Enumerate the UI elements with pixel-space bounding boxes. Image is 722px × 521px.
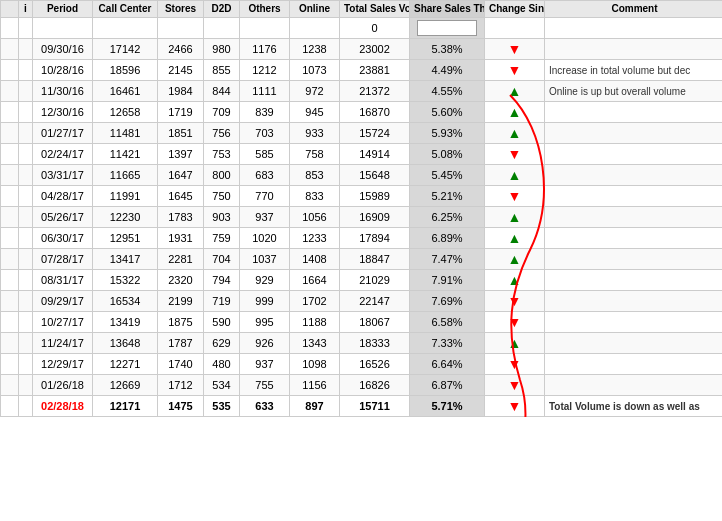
row-period: 11/30/16 bbox=[33, 81, 93, 102]
row-d2d bbox=[204, 18, 240, 39]
row-share[interactable] bbox=[410, 18, 485, 39]
row-period: 01/27/17 bbox=[33, 123, 93, 144]
row-comment bbox=[545, 333, 723, 354]
row-i-cell bbox=[19, 123, 33, 144]
row-i-cell bbox=[19, 354, 33, 375]
row-share: 4.49% bbox=[410, 60, 485, 81]
table-row: 0 bbox=[1, 18, 723, 39]
arrow-down-icon: ▼ bbox=[508, 398, 522, 414]
row-d2d: 800 bbox=[204, 165, 240, 186]
row-online: 1664 bbox=[290, 270, 340, 291]
row-comment bbox=[545, 249, 723, 270]
row-i-cell bbox=[19, 186, 33, 207]
row-checkbox-cell bbox=[1, 81, 19, 102]
row-totalsales: 18847 bbox=[340, 249, 410, 270]
col-header-online: Online bbox=[290, 1, 340, 18]
row-checkbox-cell bbox=[1, 375, 19, 396]
row-others: 1111 bbox=[240, 81, 290, 102]
arrow-up-icon: ▲ bbox=[508, 230, 522, 246]
row-stores: 1647 bbox=[158, 165, 204, 186]
row-others: 839 bbox=[240, 102, 290, 123]
row-callcenter: 17142 bbox=[93, 39, 158, 60]
row-totalsales: 14914 bbox=[340, 144, 410, 165]
row-others: 633 bbox=[240, 396, 290, 417]
row-online: 833 bbox=[290, 186, 340, 207]
row-share: 6.58% bbox=[410, 312, 485, 333]
row-online: 933 bbox=[290, 123, 340, 144]
row-i-cell bbox=[19, 249, 33, 270]
arrow-up-icon: ▲ bbox=[508, 104, 522, 120]
row-callcenter: 13648 bbox=[93, 333, 158, 354]
row-others: 926 bbox=[240, 333, 290, 354]
row-others bbox=[240, 18, 290, 39]
row-change: ▼ bbox=[485, 144, 545, 165]
row-period: 02/28/18 bbox=[33, 396, 93, 417]
row-d2d: 709 bbox=[204, 102, 240, 123]
row-i-cell bbox=[19, 144, 33, 165]
table-row: 02/24/17114211397753585758149145.08%▼ bbox=[1, 144, 723, 165]
row-comment bbox=[545, 102, 723, 123]
row-i-cell bbox=[19, 333, 33, 354]
table-row: 05/26/171223017839039371056169096.25%▲ bbox=[1, 207, 723, 228]
row-change: ▼ bbox=[485, 39, 545, 60]
row-comment bbox=[545, 123, 723, 144]
row-d2d: 750 bbox=[204, 186, 240, 207]
row-checkbox-cell bbox=[1, 123, 19, 144]
row-period: 12/30/16 bbox=[33, 102, 93, 123]
row-period: 12/29/17 bbox=[33, 354, 93, 375]
table-row: 10/27/171341918755909951188180676.58%▼ bbox=[1, 312, 723, 333]
row-others: 1212 bbox=[240, 60, 290, 81]
col-header-share: Share Sales That Are On Line bbox=[410, 1, 485, 18]
col-header-stores: Stores bbox=[158, 1, 204, 18]
row-share: 5.60% bbox=[410, 102, 485, 123]
arrow-up-icon: ▲ bbox=[508, 335, 522, 351]
row-d2d: 855 bbox=[204, 60, 240, 81]
row-d2d: 794 bbox=[204, 270, 240, 291]
col-header-comment: Comment bbox=[545, 1, 723, 18]
row-callcenter: 16461 bbox=[93, 81, 158, 102]
row-totalsales: 17894 bbox=[340, 228, 410, 249]
row-d2d: 903 bbox=[204, 207, 240, 228]
row-stores: 2466 bbox=[158, 39, 204, 60]
row-online bbox=[290, 18, 340, 39]
row-comment bbox=[545, 312, 723, 333]
arrow-down-icon: ▼ bbox=[508, 146, 522, 162]
row-d2d: 590 bbox=[204, 312, 240, 333]
arrow-down-icon: ▼ bbox=[508, 314, 522, 330]
table-row: 06/30/1712951193175910201233178946.89%▲ bbox=[1, 228, 723, 249]
row-checkbox-cell bbox=[1, 18, 19, 39]
row-period: 02/24/17 bbox=[33, 144, 93, 165]
row-others: 1020 bbox=[240, 228, 290, 249]
table-row: 11/30/161646119848441111972213724.55%▲On… bbox=[1, 81, 723, 102]
row-checkbox-cell bbox=[1, 249, 19, 270]
row-checkbox-cell bbox=[1, 165, 19, 186]
table-row: 02/28/18121711475535633897157115.71%▼Tot… bbox=[1, 396, 723, 417]
row-callcenter: 12658 bbox=[93, 102, 158, 123]
row-share: 6.25% bbox=[410, 207, 485, 228]
row-callcenter: 11665 bbox=[93, 165, 158, 186]
row-totalsales: 21372 bbox=[340, 81, 410, 102]
row-share: 6.89% bbox=[410, 228, 485, 249]
row-others: 937 bbox=[240, 207, 290, 228]
row-share: 6.87% bbox=[410, 375, 485, 396]
row-comment bbox=[545, 165, 723, 186]
row-period: 03/31/17 bbox=[33, 165, 93, 186]
row-i-cell bbox=[19, 81, 33, 102]
row-d2d: 756 bbox=[204, 123, 240, 144]
row-change: ▲ bbox=[485, 333, 545, 354]
share-input-field[interactable] bbox=[417, 20, 477, 36]
row-period: 06/30/17 bbox=[33, 228, 93, 249]
row-totalsales: 21029 bbox=[340, 270, 410, 291]
row-comment bbox=[545, 375, 723, 396]
row-change: ▼ bbox=[485, 312, 545, 333]
row-d2d: 980 bbox=[204, 39, 240, 60]
row-period bbox=[33, 18, 93, 39]
arrow-up-icon: ▲ bbox=[508, 209, 522, 225]
table-row: 12/29/171227117404809371098165266.64%▼ bbox=[1, 354, 723, 375]
row-period: 10/28/16 bbox=[33, 60, 93, 81]
row-i-cell bbox=[19, 60, 33, 81]
row-totalsales: 23002 bbox=[340, 39, 410, 60]
arrow-down-icon: ▼ bbox=[508, 293, 522, 309]
row-totalsales: 15648 bbox=[340, 165, 410, 186]
row-others: 683 bbox=[240, 165, 290, 186]
